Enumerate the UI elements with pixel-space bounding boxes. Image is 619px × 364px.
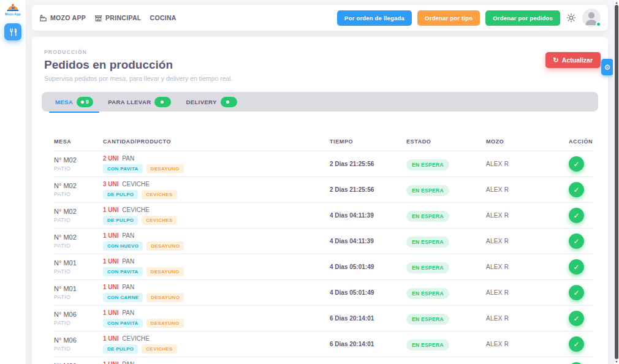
sidebar-item-kitchen[interactable] [4,23,21,40]
col-header-cantidad-producto: CANTIDAD/PRODUCTO [103,138,330,145]
complete-order-button[interactable]: ✓ [569,336,584,352]
waiter-name: ALEX R [486,315,569,322]
elapsed-time: 4 Dias 04:11:39 [330,238,406,245]
settings-button[interactable]: ⚙ [601,59,613,75]
action-cell: ✓ [569,336,593,352]
sort-by-orders-button[interactable]: Ordenar por pedidos [485,10,560,26]
product-tag: DESAYUNO [146,293,184,302]
elapsed-time: 4 Dias 04:11:39 [330,212,406,219]
table-number: N° M01 [54,285,103,292]
table-zone: PATIO [54,320,103,326]
breadcrumb-item-principal[interactable]: PRINCIPAL [94,14,142,22]
app-logo-text: Mozo App [5,12,20,16]
action-cell: ✓ [569,233,593,249]
product-quantity: 1 UNI [103,232,119,239]
sort-by-type-button[interactable]: Ordenar por tipo [417,10,480,26]
product-line: 1 UNI PAN [103,232,330,239]
status-cell: EN ESPERA [406,338,486,351]
product-tags: CON PAVITADESAYUNO [103,319,330,328]
table-row: N° M02 PATIO 2 UNI PAN CON PAVITADESAYUN… [54,151,593,177]
table-number: N° M02 [54,208,103,215]
product-quantity: 3 UNI [103,181,119,188]
col-header-mozo: MOZO [486,138,569,145]
product-line: 3 UNI CEVICHE [103,181,330,188]
refresh-button-label: Actualizar [562,56,593,64]
action-cell: ✓ [569,259,593,275]
check-icon: ✓ [573,263,579,271]
product-tags: CON PAVITADESAYUNO [103,164,330,173]
refresh-icon: ↻ [553,57,559,64]
breadcrumb-item-cocina[interactable]: COCINA [150,14,177,21]
action-cell: ✓ [569,208,593,223]
breadcrumb-item-mozo-app[interactable]: MOZO APP [39,14,86,22]
top-header-bar: MOZO APP PRINCIPAL COCINA Por orden de l… [32,5,608,31]
status-cell: EN ESPERA [406,287,486,299]
product-name: PAN [122,284,134,290]
complete-order-button[interactable]: ✓ [569,233,584,249]
check-icon: ✓ [573,186,579,194]
complete-order-button[interactable]: ✓ [569,285,584,300]
action-cell: ✓ [569,311,593,326]
complete-order-button[interactable]: ✓ [569,311,584,326]
status-badge: EN ESPERA [406,314,449,325]
waiter-name: ALEX R [486,186,569,193]
refresh-button[interactable]: ↻ Actualizar [545,52,601,68]
status-badge: EN ESPERA [406,237,449,248]
scroll-up-arrow-icon[interactable]: ▲ [615,1,618,4]
table-zone: PATIO [54,294,103,300]
vertical-scrollbar[interactable]: ▲ ▼ [613,0,619,364]
production-card: PRODUCCIÓN Pedidos en producción Supervi… [32,37,608,364]
tab-delivery[interactable]: DELIVERY [178,92,244,112]
col-header-mesa: MESA [54,138,103,145]
mesa-cell: N° M02 PATIO [54,156,103,172]
user-avatar[interactable] [582,9,601,27]
product-tag: CEVICHES [142,216,177,225]
page-title: Pedidos en producción [44,58,608,72]
product-tags: CON PAVITADESAYUNO [103,267,330,276]
complete-order-button[interactable]: ✓ [569,182,584,197]
check-icon: ✓ [573,237,579,246]
product-tag: CEVICHES [142,190,177,199]
elapsed-time: 2 Dias 21:25:56 [330,161,406,167]
store-icon [94,14,102,22]
product-quantity: 1 UNI [103,284,119,290]
theme-toggle-button[interactable] [566,12,577,23]
product-line: 1 UNI PAN [103,258,330,265]
elapsed-time: 6 Dias 20:14:01 [330,341,406,347]
sort-by-arrival-button[interactable]: Por orden de llegada [337,10,412,26]
product-line: 1 UNI PAN [103,309,330,316]
badge-dot-icon [81,100,84,104]
mesa-cell: N° M02 PATIO [54,182,103,197]
product-tag: CON PAVITA [103,267,143,276]
product-quantity: 1 UNI [103,207,119,213]
scrollbar-thumb[interactable] [615,5,618,359]
product-name: CEVICHE [122,207,149,213]
table-row: N° M01 PATIO 1 UNI PAN CON CARNEDESAYUNO… [54,280,593,306]
table-row: N° M02 PATIO 1 UNI PAN CON HUEVODESAYUNO… [54,229,593,254]
product-tag: CEVICHES [142,344,177,354]
status-cell: EN ESPERA [406,313,486,325]
tab-mesa[interactable]: MESA 9 [48,92,101,112]
tab-label: PARA LLEVAR [108,99,151,105]
waiter-name: ALEX R [486,289,569,296]
check-icon: ✓ [573,340,579,349]
product-tag: CON HUEVO [103,241,143,251]
gear-icon: ⚙ [604,63,611,72]
tab-para-llevar[interactable]: PARA LLEVAR [101,92,178,112]
product-line: 1 UNI PAN [103,284,330,290]
complete-order-button[interactable]: ✓ [569,208,584,223]
table-row: N° M06 PATIO 1 UNI CEVICHE DE PULPOCEVIC… [54,332,593,357]
page-subtitle: Supervisa pedidos por mesa, para llevar … [44,75,608,82]
scroll-down-arrow-icon[interactable]: ▼ [615,360,618,363]
product-tags: DE PULPOCEVICHES [103,216,330,225]
elapsed-time: 4 Dias 05:01:49 [330,264,406,270]
table-number: N° M02 [54,156,103,164]
complete-order-button[interactable]: ✓ [569,156,584,172]
utensils-icon [9,28,18,37]
complete-order-button[interactable]: ✓ [569,259,584,275]
status-badge: EN ESPERA [406,159,449,170]
product-name: PAN [122,361,134,364]
product-tags: DE PULPOCEVICHES [103,190,330,199]
status-cell: EN ESPERA [406,235,486,248]
action-cell: ✓ [569,182,593,197]
